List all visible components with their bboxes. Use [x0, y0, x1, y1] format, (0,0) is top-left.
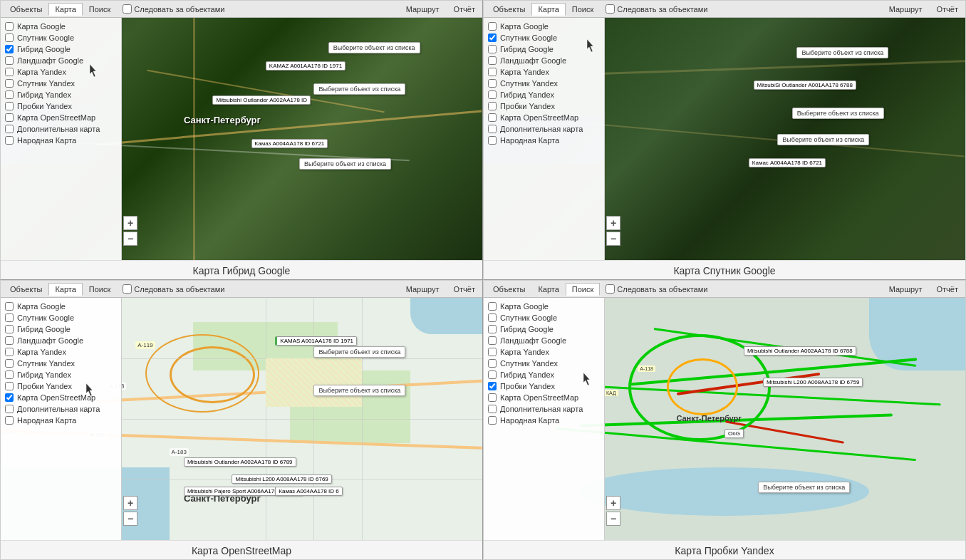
marker-3-1[interactable]: KAMAS A001AA178 ID 1971 — [275, 336, 357, 346]
marker-select-3-1[interactable]: Выберите объект из списка — [313, 346, 405, 358]
menu-item-3-9[interactable]: Карта OpenStreetMap — [1, 392, 121, 403]
tab-map-4[interactable]: Карта — [531, 283, 565, 296]
menu-item-1-3[interactable]: Гибрид Google — [1, 43, 121, 55]
menu-item-2-2[interactable]: Спутник Google — [484, 32, 604, 43]
menu-item-4-5[interactable]: Карта Yandex — [484, 346, 604, 358]
zoom-in-4[interactable]: + — [606, 496, 620, 510]
menu-item-2-7[interactable]: Гибрид Yandex — [484, 89, 604, 100]
menu-item-1-8[interactable]: Пробки Yandex — [1, 100, 121, 112]
tab-map-3[interactable]: Карта — [48, 283, 82, 296]
menu-item-2-3[interactable]: Гибрид Google — [484, 43, 604, 55]
zoom-out-4[interactable]: − — [606, 512, 620, 526]
follow-checkbox-2[interactable]: Следовать за объектами — [606, 4, 707, 14]
report-btn-1[interactable]: Отчёт — [450, 4, 479, 15]
tab-objects-3[interactable]: Объекты — [4, 283, 48, 296]
tab-objects-2[interactable]: Объекты — [487, 3, 531, 16]
tab-search-3[interactable]: Поиск — [83, 283, 117, 296]
menu-item-4-10[interactable]: Дополнительная карта — [484, 403, 604, 415]
marker-select-4-1[interactable]: Выберите объект из списка — [758, 482, 850, 493]
map-4[interactable]: Санкт-Петербург A-118 КАД Карта Google С… — [484, 298, 965, 540]
tab-search-4[interactable]: Поиск — [566, 283, 600, 296]
marker-2-1[interactable]: MitsubiSi Outlander A001AA178 6788 — [754, 81, 856, 90]
menu-item-4-8[interactable]: Пробки Yandex — [484, 380, 604, 392]
marker-select-2-1[interactable]: Выберите объект из списка — [796, 47, 888, 58]
menu-item-1-7[interactable]: Гибрид Yandex — [1, 89, 121, 100]
zoom-in-1[interactable]: + — [123, 216, 137, 230]
marker-2-2[interactable]: Камас A004AA178 ID 6721 — [749, 158, 826, 167]
route-btn-4[interactable]: Маршрут — [885, 284, 927, 295]
marker-select-2-2[interactable]: Выберите объект из списка — [792, 108, 884, 119]
menu-item-3-1[interactable]: Карта Google — [1, 301, 121, 312]
menu-item-1-9[interactable]: Карта OpenStreetMap — [1, 112, 121, 123]
zoom-out-2[interactable]: − — [606, 232, 620, 246]
marker-1-3[interactable]: Mitsubishi Outlander A002AA178 ID — [212, 95, 311, 105]
menu-item-1-1[interactable]: Карта Google — [1, 21, 121, 32]
zoom-out-1[interactable]: − — [123, 232, 137, 246]
marker-select-2-3[interactable]: Выберите объект из списка — [777, 134, 869, 145]
menu-item-1-10[interactable]: Дополнительная карта — [1, 123, 121, 135]
menu-item-3-6[interactable]: Спутник Yandex — [1, 358, 121, 369]
menu-item-2-6[interactable]: Спутник Yandex — [484, 78, 604, 89]
menu-item-3-8[interactable]: Пробки Yandex — [1, 380, 121, 392]
menu-item-3-11[interactable]: Народная Карта — [1, 415, 121, 426]
menu-item-4-6[interactable]: Спутник Yandex — [484, 358, 604, 369]
menu-item-4-1[interactable]: Карта Google — [484, 301, 604, 312]
menu-item-2-4[interactable]: Ландшафт Google — [484, 55, 604, 66]
marker-select-1-3[interactable]: Выберите объект из списка — [299, 158, 391, 170]
marker-4-2[interactable]: Mitsubishi L200 A008AA178 ID 6759 — [763, 378, 863, 387]
menu-item-3-4[interactable]: Ландшафт Google — [1, 335, 121, 346]
menu-item-1-6[interactable]: Спутник Yandex — [1, 78, 121, 89]
marker-4-ong[interactable]: OnG — [724, 429, 744, 438]
menu-item-4-9[interactable]: Карта OpenStreetMap — [484, 392, 604, 403]
menu-item-1-5[interactable]: Карта Yandex — [1, 66, 121, 78]
menu-item-4-4[interactable]: Ландшафт Google — [484, 335, 604, 346]
map-2[interactable]: Карта Google Спутник Google Гибрид Googl… — [484, 18, 965, 260]
marker-1-2[interactable]: Камаз A004AA178 ID 6721 — [251, 139, 328, 148]
menu-item-4-11[interactable]: Народная Карта — [484, 415, 604, 426]
marker-select-3-2[interactable]: Выберите объект из списка — [313, 385, 405, 396]
tab-map-1[interactable]: Карта — [48, 3, 82, 16]
marker-3-2[interactable]: Mitsubishi Outlander A002AA178 ID 6789 — [184, 457, 296, 467]
marker-4-1[interactable]: Mitsubishi Outlander A002AA178 ID 6788 — [744, 346, 856, 356]
menu-item-3-10[interactable]: Дополнительная карта — [1, 403, 121, 415]
tab-map-2[interactable]: Карта — [531, 3, 565, 16]
tab-search-2[interactable]: Поиск — [566, 3, 600, 16]
menu-item-4-7[interactable]: Гибрид Yandex — [484, 369, 604, 380]
follow-checkbox-3[interactable]: Следовать за объектами — [123, 284, 224, 294]
menu-item-3-7[interactable]: Гибрид Yandex — [1, 369, 121, 380]
route-btn-2[interactable]: Маршрут — [885, 4, 927, 15]
menu-item-1-4[interactable]: Ландшафт Google — [1, 55, 121, 66]
tab-search-1[interactable]: Поиск — [83, 3, 117, 16]
menu-item-3-5[interactable]: Карта Yandex — [1, 346, 121, 358]
marker-select-1-2[interactable]: Выберите объект из списка — [313, 83, 405, 95]
zoom-in-2[interactable]: + — [606, 216, 620, 230]
menu-item-2-11[interactable]: Народная Карта — [484, 135, 604, 146]
menu-item-3-3[interactable]: Гибрид Google — [1, 323, 121, 335]
map-1[interactable]: Санкт-Петербург Карта Google Спутник Goo… — [1, 18, 482, 260]
marker-3-3[interactable]: Mitsubishi L200 A008AA178 ID 6769 — [232, 475, 331, 484]
menu-item-2-1[interactable]: Карта Google — [484, 21, 604, 32]
report-btn-4[interactable]: Отчёт — [933, 284, 962, 295]
marker-1-1[interactable]: KAMAZ A001AA178 ID 1971 — [266, 61, 346, 71]
menu-item-2-10[interactable]: Дополнительная карта — [484, 123, 604, 135]
marker-select-1-1[interactable]: Выберите объект из списка — [328, 42, 420, 53]
report-btn-3[interactable]: Отчёт — [450, 284, 479, 295]
map-3[interactable]: А-118 А-181 А-183 А-119 Санкт-Петербург … — [1, 298, 482, 540]
menu-item-3-2[interactable]: Спутник Google — [1, 312, 121, 323]
zoom-in-3[interactable]: + — [123, 496, 137, 510]
menu-item-4-3[interactable]: Гибрид Google — [484, 323, 604, 335]
route-btn-1[interactable]: Маршрут — [402, 4, 444, 15]
follow-checkbox-4[interactable]: Следовать за объектами — [606, 284, 707, 294]
menu-item-4-2[interactable]: Спутник Google — [484, 312, 604, 323]
report-btn-2[interactable]: Отчёт — [933, 4, 962, 15]
menu-item-1-2[interactable]: Спутник Google — [1, 32, 121, 43]
menu-item-1-11[interactable]: Народная Карта — [1, 135, 121, 146]
tab-objects-1[interactable]: Объекты — [4, 3, 48, 16]
marker-3-5[interactable]: Камаз A004AA178 ID 6 — [275, 487, 342, 496]
menu-item-2-5[interactable]: Карта Yandex — [484, 66, 604, 78]
follow-checkbox-1[interactable]: Следовать за объектами — [123, 4, 224, 14]
menu-item-2-9[interactable]: Карта OpenStreetMap — [484, 112, 604, 123]
zoom-out-3[interactable]: − — [123, 512, 137, 526]
tab-objects-4[interactable]: Объекты — [487, 283, 531, 296]
menu-item-2-8[interactable]: Пробки Yandex — [484, 100, 604, 112]
